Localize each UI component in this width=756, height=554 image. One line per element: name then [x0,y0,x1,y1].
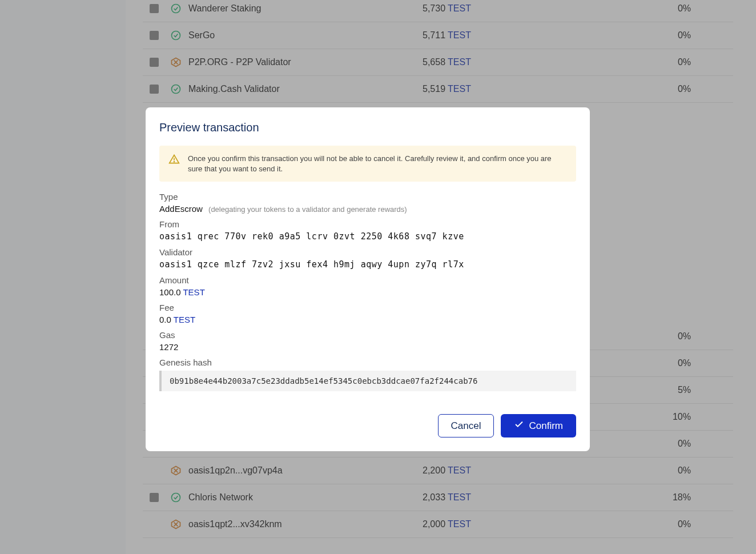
amount-value: 100.0 [159,287,181,297]
confirm-button[interactable]: Confirm [501,414,576,437]
genesis-label: Genesis hash [159,358,576,367]
modal-actions: Cancel Confirm [159,414,576,437]
amount-label: Amount [159,275,576,285]
validator-value: oasis1 qzce mlzf 7zv2 jxsu fex4 h9mj aqw… [159,259,576,270]
gas-value: 1272 [159,342,576,352]
amount-field: Amount 100.0 TEST [159,275,576,297]
type-value: AddEscrow [159,204,203,214]
validator-field: Validator oasis1 qzce mlzf 7zv2 jxsu fex… [159,247,576,270]
gas-label: Gas [159,330,576,340]
fee-value: 0.0 [159,315,171,324]
gas-field: Gas 1272 [159,330,576,352]
confirm-label: Confirm [529,420,563,432]
amount-unit: TEST [183,287,204,297]
genesis-value: 0b91b8e4e44b2003a7c5e23ddadb5e14ef5345c0… [159,371,576,391]
warning-banner: Once you confirm this transaction you wi… [159,146,576,182]
type-field: Type AddEscrow (delegating your tokens t… [159,192,576,214]
preview-transaction-modal: Preview transaction Once you confirm thi… [146,107,590,451]
from-field: From oasis1 qrec 770v rek0 a9a5 lcrv 0zv… [159,219,576,242]
warning-text: Once you confirm this transaction you wi… [188,154,567,174]
genesis-field: Genesis hash 0b91b8e4e44b2003a7c5e23ddad… [159,358,576,391]
modal-title: Preview transaction [159,121,576,134]
cancel-button[interactable]: Cancel [438,414,494,437]
validator-label: Validator [159,247,576,257]
svg-point-15 [174,162,175,162]
cancel-label: Cancel [451,420,481,432]
from-value: oasis1 qrec 770v rek0 a9a5 lcrv 0zvt 225… [159,231,576,242]
type-description: (delegating your tokens to a validator a… [208,205,407,214]
from-label: From [159,219,576,229]
fee-field: Fee 0.0 TEST [159,303,576,324]
fee-label: Fee [159,303,576,312]
fee-unit: TEST [174,315,195,324]
check-icon [514,419,524,432]
type-label: Type [159,192,576,202]
warning-icon [168,154,180,167]
